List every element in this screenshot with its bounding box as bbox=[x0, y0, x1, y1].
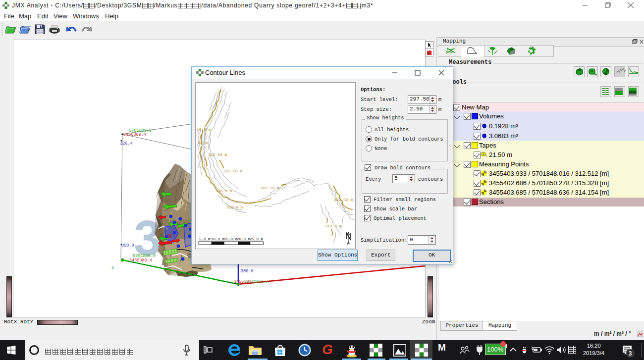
svg-text:300.0: 300.0 bbox=[241, 269, 254, 274]
svg-text:310.0 m: 310.0 m bbox=[215, 189, 232, 193]
svg-text:x: x bbox=[111, 265, 114, 270]
svg-text:3455389.4: 3455389.4 bbox=[129, 258, 152, 263]
svg-text:5701882.9: 5701882.9 bbox=[245, 279, 268, 284]
svg-text:20.0 m: 20.0 m bbox=[237, 237, 251, 241]
svg-text:10.0 m: 10.0 m bbox=[197, 127, 211, 132]
svg-text:25.0 m: 25.0 m bbox=[250, 237, 264, 241]
svg-text:3456389.4: 3456389.4 bbox=[123, 132, 146, 137]
svg-text:322.50 m: 322.50 m bbox=[261, 186, 280, 190]
svg-text:15.0 m: 15.0 m bbox=[224, 237, 238, 241]
svg-text:322.50 m: 322.50 m bbox=[223, 169, 243, 173]
svg-text:322.50 m: 322.50 m bbox=[334, 198, 353, 202]
svg-text:322.50 m: 322.50 m bbox=[208, 153, 227, 157]
svg-text:310.0 m: 310.0 m bbox=[226, 205, 243, 209]
svg-text:326.4: 326.4 bbox=[120, 141, 133, 146]
svg-text:.50 m: .50 m bbox=[196, 141, 208, 145]
svg-text:10.0 m: 10.0 m bbox=[211, 237, 225, 241]
svg-text:3: 3 bbox=[629, 350, 632, 357]
svg-text:300.0: 300.0 bbox=[121, 243, 134, 248]
svg-text:310.0 m: 310.0 m bbox=[325, 224, 342, 228]
svg-text:5.0 m: 5.0 m bbox=[199, 237, 211, 241]
